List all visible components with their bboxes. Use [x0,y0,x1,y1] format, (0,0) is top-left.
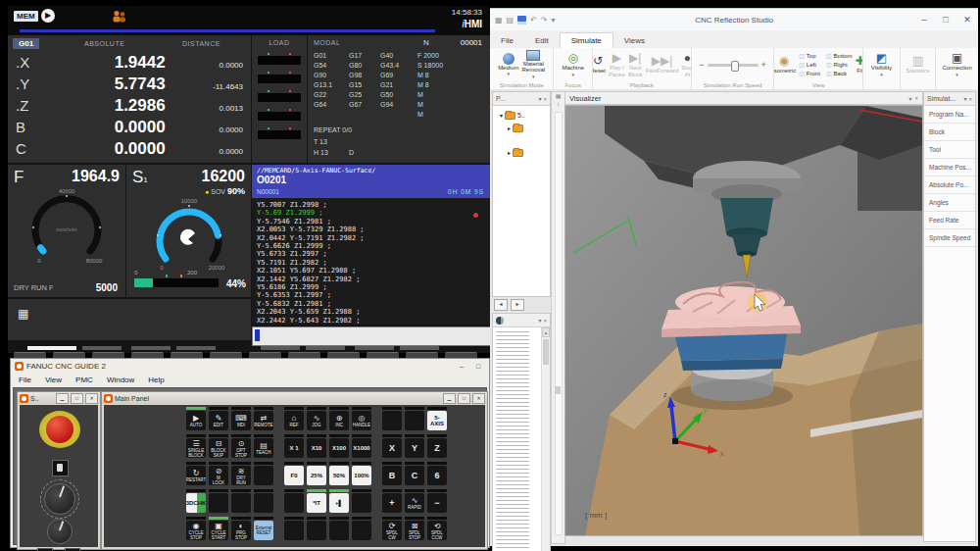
main-panel-title-bar[interactable]: Main Panel ▁ □ ✕ [102,392,487,404]
vertical-scrollbar[interactable]: ▴ ▾ [541,327,550,551]
machine-key[interactable] [254,493,273,513]
machine-key[interactable] [284,521,304,540]
machine-key[interactable]: ◐ PRG STOP [231,521,251,540]
next-block-button[interactable]: ▶|Next Block [628,52,643,77]
restore-button[interactable]: □ [71,393,83,404]
machine-key[interactable]: ⊟ BLOCK SKIP [209,438,228,458]
machine-key[interactable]: X1000 [352,438,371,458]
dropdown-arrow-icon[interactable]: ▾ [908,95,911,102]
machine-key[interactable]: ☰ SINGLE BLOCK [186,438,206,458]
minimize-button[interactable]: ▁ [443,393,456,404]
speed-minus-button[interactable]: − [699,60,704,70]
machine-key[interactable]: X100 [329,438,349,458]
machine-key[interactable]: X [382,438,402,458]
view-direction-button[interactable]: ◫Bottom [826,52,853,61]
machine-key[interactable]: ⟲ SPDL CCW [427,521,447,540]
visibility-button[interactable]: ◩Visibility▾ [871,52,893,77]
close-button[interactable]: ✕ [956,15,978,25]
sim-state-row[interactable]: Machine Pos... [924,159,975,176]
machine-key[interactable]: Z [427,438,447,458]
scroll-thumb[interactable] [543,339,549,365]
maximize-button[interactable]: □ [471,361,485,372]
machine-key[interactable]: 50% [329,466,349,485]
speed-slider-track[interactable] [708,64,759,67]
reset-button[interactable]: ↺Reset [593,55,606,75]
machine-key[interactable]: ⌨ MDI [231,411,251,430]
machine-key[interactable]: *IT [307,493,326,513]
dropdown-arrow-icon[interactable]: ▾ [538,317,541,324]
close-icon[interactable]: × [543,318,547,324]
machine-focus-button[interactable]: ◎Machine▾ [562,52,584,77]
key-switch[interactable] [52,460,69,476]
speed-slider-thumb[interactable] [731,61,739,72]
close-button[interactable]: ✕ [472,393,485,404]
close-button[interactable]: ✕ [85,393,98,404]
machine-key[interactable]: Y [405,438,424,458]
machine-key[interactable]: ▶ AUTO [186,411,206,430]
redo-icon[interactable]: ↷ [541,16,548,25]
ribbon-tab[interactable]: Simulate [560,32,613,48]
machine-key[interactable]: ∿ RAPID [405,493,424,513]
machine-key[interactable]: ◉ CYCLE STOP [186,521,206,540]
visualizer-tab[interactable]: Visualizer [569,94,906,103]
machine-key[interactable] [231,493,251,513]
machine-key[interactable]: X 1 [284,438,304,458]
minimize-button[interactable]: – [455,361,468,372]
expander-icon[interactable]: ▾ [500,112,503,119]
connection-button[interactable]: ▣Connection▾ [942,52,971,77]
machine-key[interactable]: B [382,466,402,485]
page-left-icon[interactable]: ◂ [494,299,508,311]
machine-key[interactable] [352,493,371,513]
expander-icon[interactable]: ▸ [508,149,511,156]
machine-key[interactable]: ≋ DRY RUN [231,466,251,485]
sim-state-row[interactable]: Feed Rate [924,212,975,229]
page-right-icon[interactable]: ▸ [511,299,524,311]
menu-item[interactable]: View [45,376,62,384]
machine-key[interactable]: C [405,466,424,485]
machine-key[interactable]: + [382,493,402,513]
speed-plus-button[interactable]: + [761,60,766,70]
machine-key[interactable] [405,411,424,430]
sim-state-row[interactable]: Spindle Speed [924,229,975,247]
ribbon-tab[interactable]: Views [613,33,656,48]
isometric-button[interactable]: ◉Isometric [774,55,796,75]
medium-button[interactable]: Medium▾ [498,53,518,77]
machine-key[interactable]: ✎ EDIT [209,411,228,430]
machine-key[interactable]: 3DCHK [186,493,206,513]
mdi-input-field[interactable] [252,326,492,346]
undo-icon[interactable]: ↶ [530,16,537,25]
view-direction-button[interactable]: ◫Back [826,70,853,78]
program-text-panel-header[interactable]: ▾ × [493,314,550,327]
project-panel-header[interactable]: P... ▾ × [493,92,550,106]
sim-state-row[interactable]: Absolute Po... [924,176,975,194]
studio-title-bar[interactable]: ▦ ▤ ↶ ↷ ▾ CNC Reflection Studio – □ ✕ [490,9,978,30]
minimize-button[interactable]: ▁ [56,393,69,404]
ribbon-tab[interactable]: Edit [524,33,560,48]
sim-state-row[interactable]: Tool [924,141,975,159]
view-direction-button[interactable]: ◫Front [799,70,820,78]
machine-key[interactable]: +▌ [329,493,349,513]
subpanel-title-bar[interactable]: S.. ▁ □ ✕ [18,392,100,404]
emergency-stop-button[interactable] [46,416,74,443]
machine-key[interactable]: ⌂ REF [284,411,304,430]
fit-button[interactable]: ✚Fit [856,55,863,75]
machine-key[interactable]: 5- AXIS [427,411,447,430]
view-direction-button[interactable]: ◫Left [799,61,820,70]
material-removal-button[interactable]: Material Removal▾ [521,50,545,80]
open-icon[interactable]: ▤ [507,16,514,25]
minimize-button[interactable]: – [913,15,935,25]
menu-item[interactable]: PMC [75,376,93,384]
fast-forward-button[interactable]: ▶▶|FastForward [646,55,679,75]
expander-icon[interactable]: ▸ [508,125,511,131]
machine-key[interactable]: ∿ JOG [307,411,326,430]
machine-key[interactable] [254,466,273,485]
machine-key[interactable] [382,411,402,430]
play-pause-button[interactable]: ▶Play / Pause [609,52,625,77]
mdi-keyboard-icon[interactable]: ▦ [18,307,28,321]
machine-key[interactable] [307,521,326,540]
scroll-up-icon[interactable]: ▴ [542,327,550,337]
save-icon[interactable] [517,16,526,25]
dropdown-arrow-icon[interactable]: ▾ [538,95,541,102]
visualizer-3d-viewport[interactable]: x Y z [ mm ] [564,105,923,536]
menu-item[interactable]: File [19,376,31,384]
